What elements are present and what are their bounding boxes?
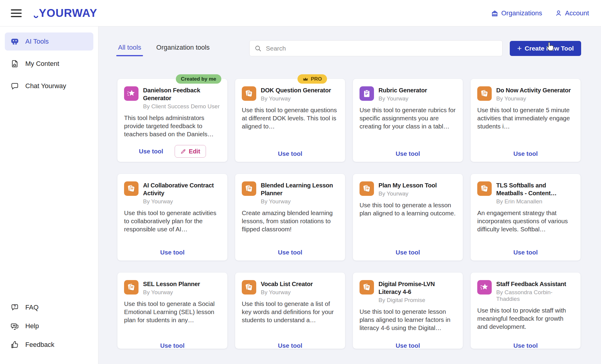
tool-author: By Cassondra Corbin-Thaddies — [496, 289, 574, 302]
pages-icon — [124, 181, 139, 196]
use-tool-link[interactable]: Use tool — [160, 342, 185, 349]
tool-title: SEL Lesson Planner — [143, 280, 200, 288]
crown-icon — [303, 76, 308, 82]
tool-author: By Yourway — [496, 95, 571, 102]
tool-card: Digital Promise-LVN Literacy 4-6 By Digi… — [353, 273, 463, 349]
use-tool-link[interactable]: Use tool — [396, 342, 420, 349]
tool-description: Use this tool to generate 5 minute activ… — [471, 106, 581, 130]
menu-icon[interactable] — [9, 8, 23, 19]
tool-title: Blended Learning Lesson Planner — [261, 181, 338, 197]
tool-description: Use this tool to generate a lesson plan … — [353, 201, 463, 217]
sidebar: AI Tools My Content Chat Yourway ? FAQ H… — [0, 26, 98, 364]
create-new-tool-button[interactable]: + Create New Tool — [510, 41, 581, 56]
tool-title: AI Collaborative Contract Activity — [143, 181, 221, 197]
pages-icon — [242, 86, 256, 101]
pages-icon — [477, 181, 492, 196]
use-tool-link[interactable]: Use tool — [513, 248, 538, 256]
tool-title: DOK Question Generator — [261, 86, 331, 94]
nav-account[interactable]: Account — [555, 9, 589, 17]
tool-description: Use this tool to generate activities to … — [117, 209, 227, 233]
tab-all-tools[interactable]: All tools — [117, 41, 142, 56]
tool-title: Vocab List Creator — [261, 280, 313, 288]
nav-organizations[interactable]: Organizations — [491, 9, 542, 17]
tool-description: Use this tool to generate questions at d… — [235, 106, 345, 130]
use-tool-link[interactable]: Use tool — [139, 147, 163, 155]
ai-tools-icon — [10, 37, 19, 46]
sidebar-item-ai-tools[interactable]: AI Tools — [5, 32, 93, 51]
tool-description: Use this tool to generate a list of key … — [235, 300, 345, 324]
tool-card: AI Collaborative Contract Activity By Yo… — [117, 174, 227, 261]
tool-title: Staff Feedback Assistant — [496, 280, 574, 288]
tool-card: Rubric Generator By Yourway Use this too… — [353, 79, 463, 162]
tool-title: TLS Softballs and Meatballs - Content… — [496, 181, 574, 197]
sidebar-footer-nav: ? FAQ Help Feedback — [0, 300, 98, 356]
faq-icon: ? — [10, 303, 19, 312]
use-tool-link[interactable]: Use tool — [396, 248, 420, 256]
tool-card: Created by me Danielson Feedback Generat… — [117, 79, 227, 162]
toolbar: All toolsOrganization tools + Create New… — [117, 40, 581, 56]
tool-title: Do Now Activity Generator — [496, 86, 571, 94]
document-icon — [10, 59, 19, 68]
pages-icon — [360, 280, 374, 295]
sidebar-item-help[interactable]: Help — [5, 318, 93, 334]
logo-text: YOURWAY — [39, 8, 97, 19]
badge-label: PRO — [311, 76, 322, 82]
main: All toolsOrganization tools + Create New… — [98, 26, 601, 364]
sidebar-item-chat-yourway[interactable]: Chat Yourway — [5, 77, 93, 95]
search-input[interactable] — [266, 45, 497, 52]
person-icon — [555, 10, 562, 17]
plus-icon: + — [517, 44, 522, 52]
app: YOURWAY Organizations Account AI Tools M… — [0, 0, 601, 364]
chat-icon — [10, 82, 19, 91]
badge-label: Created by me — [181, 76, 216, 82]
header: YOURWAY Organizations Account — [0, 0, 601, 26]
tab-organization-tools[interactable]: Organization tools — [156, 41, 210, 56]
tool-title: Danielson Feedback Generator — [143, 86, 221, 102]
use-tool-link[interactable]: Use tool — [513, 150, 538, 158]
tool-card: PRO DOK Question Generator By Yourway Us… — [235, 79, 345, 162]
tools-grid: Created by me Danielson Feedback Generat… — [117, 79, 581, 349]
tool-author: By Erin Mcanallen — [496, 198, 574, 205]
tool-description: Create amazing blended learning lessons,… — [235, 209, 345, 233]
tool-author: By Yourway — [143, 289, 200, 296]
use-tool-link[interactable]: Use tool — [278, 150, 302, 158]
use-tool-link[interactable]: Use tool — [513, 342, 538, 349]
pages-icon — [242, 280, 256, 295]
tool-author: By Yourway — [261, 289, 313, 296]
tool-description: An engagement strategy that incorporates… — [471, 209, 581, 233]
card-badge: Created by me — [176, 74, 221, 84]
tabs: All toolsOrganization tools — [117, 41, 249, 56]
tool-author: By Yourway — [261, 95, 331, 102]
card-badge: PRO — [297, 74, 327, 84]
sidebar-item-feedback[interactable]: Feedback — [5, 337, 93, 353]
tool-author: By Yourway — [261, 198, 338, 205]
tool-description: This tool helps administrators provide t… — [117, 114, 227, 138]
tool-card: Staff Feedback Assistant By Cassondra Co… — [471, 273, 581, 349]
star-icon — [477, 280, 492, 295]
pages-icon — [242, 181, 256, 196]
logo[interactable]: YOURWAY — [34, 8, 97, 19]
use-tool-link[interactable]: Use tool — [278, 248, 302, 256]
tool-description: Use this tool to generate lesson plans a… — [353, 307, 463, 332]
tool-author: By Yourway — [378, 95, 427, 102]
header-nav: Organizations Account — [491, 9, 589, 17]
pages-icon — [124, 280, 139, 295]
tool-author: By Yourway — [378, 190, 437, 197]
sidebar-item-faq[interactable]: ? FAQ — [5, 300, 93, 315]
use-tool-link[interactable]: Use tool — [160, 248, 185, 256]
thumbs-up-icon — [10, 340, 19, 349]
sidebar-item-my-content[interactable]: My Content — [5, 55, 93, 73]
tool-card: TLS Softballs and Meatballs - Content… B… — [471, 174, 581, 261]
use-tool-link[interactable]: Use tool — [278, 342, 302, 349]
building-icon — [491, 10, 498, 17]
tool-card: SEL Lesson Planner By Yourway Use this t… — [117, 273, 227, 349]
pages-icon — [360, 181, 374, 196]
use-tool-link[interactable]: Use tool — [396, 150, 420, 158]
tool-card: Plan My Lesson Tool By Yourway Use this … — [353, 174, 463, 261]
pages-icon — [477, 86, 492, 101]
edit-button[interactable]: Edit — [175, 145, 206, 158]
shell: AI Tools My Content Chat Yourway ? FAQ H… — [0, 26, 601, 364]
search-box — [249, 40, 503, 56]
svg-text:?: ? — [14, 304, 16, 309]
tool-description: Use this tool to generate a Social Emoti… — [117, 300, 227, 324]
